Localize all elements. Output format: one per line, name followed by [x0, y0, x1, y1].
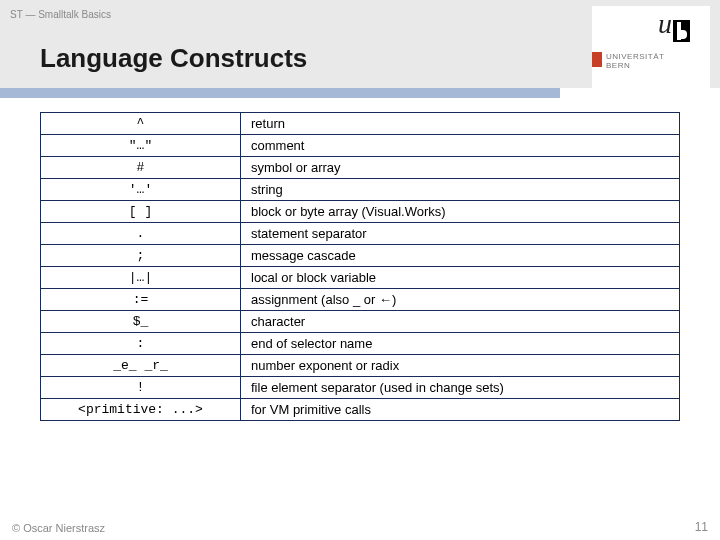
footer: © Oscar Nierstrasz 11	[12, 520, 708, 534]
symbol-cell: '…'	[41, 179, 241, 201]
description-cell: file element separator (used in change s…	[241, 377, 680, 399]
copyright: © Oscar Nierstrasz	[12, 522, 105, 534]
page-number: 11	[695, 520, 708, 534]
description-cell: string	[241, 179, 680, 201]
symbol-cell: [ ]	[41, 201, 241, 223]
table-row: #symbol or array	[41, 157, 680, 179]
symbol-cell: :	[41, 333, 241, 355]
description-cell: return	[241, 113, 680, 135]
symbol-cell: ;	[41, 245, 241, 267]
description-cell: number exponent or radix	[241, 355, 680, 377]
university-line2: BERN	[606, 61, 630, 70]
table-row: $_character	[41, 311, 680, 333]
logo-red-bar	[592, 52, 602, 67]
symbol-cell: .	[41, 223, 241, 245]
table-row: "…"comment	[41, 135, 680, 157]
table-row: '…'string	[41, 179, 680, 201]
table-row: !file element separator (used in change …	[41, 377, 680, 399]
table-row: <primitive: ...>for VM primitive calls	[41, 399, 680, 421]
symbol-cell: :=	[41, 289, 241, 311]
logo-b-letter	[673, 20, 690, 42]
logo-u-letter: u	[658, 8, 672, 40]
accent-stripe	[0, 88, 560, 98]
constructs-table: ^return "…"comment #symbol or array '…'s…	[40, 112, 680, 421]
university-line1: UNIVERSITÄT	[606, 52, 664, 61]
symbol-cell: $_	[41, 311, 241, 333]
table-row: ^return	[41, 113, 680, 135]
slide: u UNIVERSITÄT BERN ST — Smalltalk Basics…	[0, 0, 720, 540]
table-row: .statement separator	[41, 223, 680, 245]
description-cell: assignment (also _ or ←)	[241, 289, 680, 311]
constructs-table-wrap: ^return "…"comment #symbol or array '…'s…	[40, 112, 680, 421]
table-row: :=assignment (also _ or ←)	[41, 289, 680, 311]
description-cell: for VM primitive calls	[241, 399, 680, 421]
table-row: :end of selector name	[41, 333, 680, 355]
description-cell: character	[241, 311, 680, 333]
symbol-cell: ^	[41, 113, 241, 135]
table-row: _e_ _r_number exponent or radix	[41, 355, 680, 377]
description-cell: block or byte array (Visual.Works)	[241, 201, 680, 223]
description-cell: comment	[241, 135, 680, 157]
symbol-cell: #	[41, 157, 241, 179]
description-cell: message cascade	[241, 245, 680, 267]
symbol-cell: !	[41, 377, 241, 399]
table-row: |…|local or block variable	[41, 267, 680, 289]
description-cell: statement separator	[241, 223, 680, 245]
breadcrumb: ST — Smalltalk Basics	[10, 9, 111, 20]
university-name: UNIVERSITÄT BERN	[606, 52, 664, 70]
table-row: ;message cascade	[41, 245, 680, 267]
description-cell: end of selector name	[241, 333, 680, 355]
page-title: Language Constructs	[40, 43, 307, 74]
table-row: [ ]block or byte array (Visual.Works)	[41, 201, 680, 223]
logo-inner: u UNIVERSITÄT BERN	[592, 6, 710, 96]
symbol-cell: |…|	[41, 267, 241, 289]
constructs-tbody: ^return "…"comment #symbol or array '…'s…	[41, 113, 680, 421]
symbol-cell: _e_ _r_	[41, 355, 241, 377]
description-cell: symbol or array	[241, 157, 680, 179]
symbol-cell: <primitive: ...>	[41, 399, 241, 421]
description-cell: local or block variable	[241, 267, 680, 289]
university-logo: u UNIVERSITÄT BERN	[592, 6, 710, 96]
symbol-cell: "…"	[41, 135, 241, 157]
